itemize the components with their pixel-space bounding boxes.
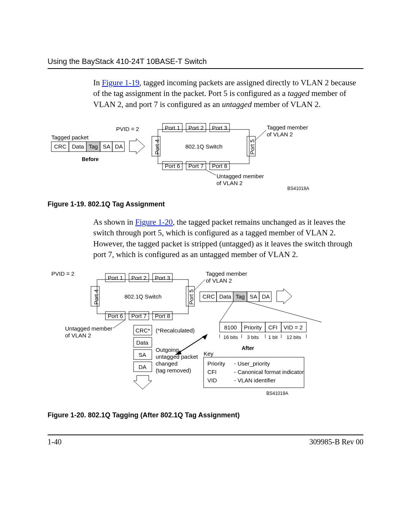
para2-prefix: As shown in [93,217,135,227]
footer-rule [48,435,363,435]
cell-data: Data [72,143,84,150]
label2-port2: Port 2 [131,275,147,281]
bits-3: 3 bits [247,334,259,340]
page-number: 1-40 [48,438,62,446]
cell2-da: DA [262,293,270,300]
col-sa: SA [139,351,146,358]
label-port4: Port 4 [154,139,161,155]
label-recalc: (*Recalculated) [156,327,195,334]
figure-1-19: PVID = 2 Tagged packet CRC Data Tag SA D… [48,119,363,195]
key-cfi-v: - Canonical format indicator [234,369,304,375]
label2-untagged-member: Untagged member of VLAN 2 [65,325,112,339]
label-untagged-member: Untagged member of VLAN 2 [217,173,264,187]
figure-link-1-20[interactable]: Figure 1-20 [135,217,173,227]
figure-1-20-caption: Figure 1-20. 802.1Q Tagging (After 802.1… [48,411,363,419]
label2-tagged-member: Tagged member of VLAN 2 [206,270,247,284]
col-da: DA [139,364,147,371]
col-data: Data [136,339,148,346]
label2-port8: Port 8 [155,313,170,320]
cell2-tag: Tag [236,293,245,300]
paragraph-2: As shown in Figure 1-20, the tagged pack… [93,217,360,260]
label-switch: 802.1Q Switch [185,143,223,150]
label-port7: Port 7 [188,163,204,169]
label-port1: Port 1 [165,125,180,131]
para1-italic1: tagged [288,89,309,98]
label-outgoing: Outgoing untagged packet changed (tag re… [156,347,198,374]
label-pvid: PVID = 2 [116,126,139,133]
td-vid: VID = 2 [284,324,303,331]
cell-tag: Tag [89,143,98,150]
svg-marker-49 [202,334,207,340]
label2-port6: Port 6 [108,313,123,320]
header-rule [48,68,363,69]
page-footer: 1-40 309985-B Rev 00 [48,435,363,446]
label-port8: Port 8 [212,163,227,169]
cell-da: DA [115,143,123,150]
col-crcstar: CRC* [135,327,150,334]
label-port6: Port 6 [165,163,180,169]
figure-link-1-19[interactable]: Figure 1-19 [102,78,140,87]
svg-line-26 [113,320,125,328]
label-before: Before [82,156,99,163]
svg-line-14 [255,130,266,140]
key-pri-v: - User_priority [234,360,270,367]
cell2-crc: CRC [202,293,215,300]
label-figcode-2: BS41019A [266,391,288,396]
label-port5: Port 5 [249,139,256,155]
key-pri: Priority [207,360,225,367]
label2-port5: Port 5 [188,289,195,305]
label2-switch: 802.1Q Switch [124,293,162,300]
figure-1-20: PVID = 2 Port 1 Port 2 Port 3 Port 6 Por… [48,269,363,406]
label2-pvid: PVID = 2 [51,270,74,277]
td-cfi: CFI [268,324,277,331]
cell-crc: CRC [54,143,67,150]
label-figcode-1: BS41018A [287,186,309,191]
svg-line-25 [194,280,205,290]
key-title: Key [204,350,213,357]
figure-1-19-caption: Figure 1-19. 802.1Q Tag Assignment [48,200,363,208]
svg-line-33 [247,302,322,322]
bits-12: 12 bits [287,334,301,340]
label2-port7: Port 7 [131,313,147,320]
paragraph-1: In Figure 1-19, tagged incoming packets … [93,77,360,110]
label-tagged-member: Tagged member of VLAN 2 [267,124,308,138]
para1-italic2: untagged [222,100,252,109]
label2-port4: Port 4 [93,289,100,305]
cell2-data: Data [219,293,231,300]
label-tagged-packet: Tagged packet [51,134,89,141]
doc-revision: 309985-B Rev 00 [309,438,363,446]
td-priority: Priority [244,324,262,331]
cell-sa: SA [103,143,110,150]
bits-1: 1 bit [268,334,278,340]
cell2-sa: SA [250,293,257,300]
key-vid: VID [207,377,217,384]
label-port3: Port 3 [212,125,227,131]
label-after: After [242,345,254,351]
key-cfi: CFI [207,369,217,375]
para1-prefix: In [93,78,102,87]
label2-port3: Port 3 [155,275,170,281]
label-port2: Port 2 [188,125,204,131]
svg-line-32 [220,302,233,322]
para1-tail: member of VLAN 2. [252,100,320,109]
label2-port1: Port 1 [108,275,123,281]
running-head: Using the BayStack 410-24T 10BASE-T Swit… [48,57,363,66]
svg-line-15 [206,170,216,175]
bits-16: 16 bits [223,334,238,340]
td-8100: 8100 [224,324,237,331]
key-vid-v: - VLAN identifier [234,377,276,384]
